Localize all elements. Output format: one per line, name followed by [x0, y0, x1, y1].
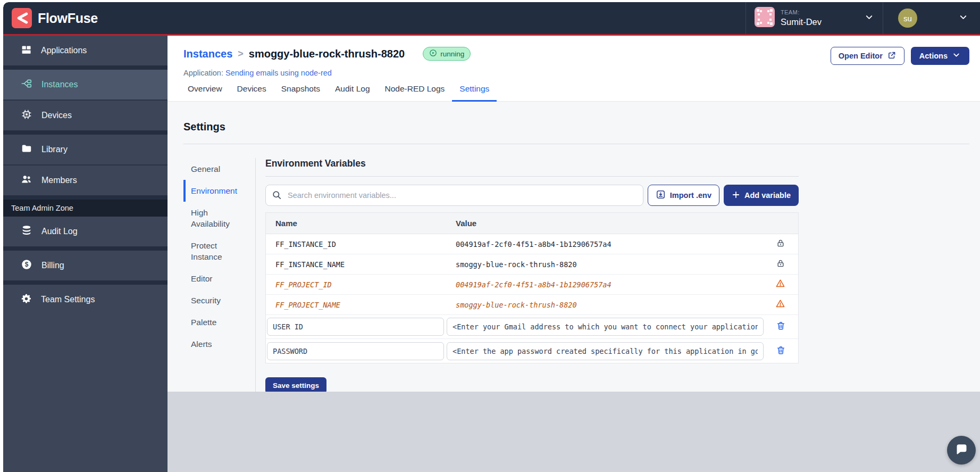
chevron-down-icon [958, 12, 968, 24]
team-text: TEAM: Sumit-Dev [781, 9, 858, 27]
settings-nav-general[interactable]: General [183, 158, 249, 180]
add-variable-label: Add variable [744, 191, 791, 200]
team-name: Sumit-Dev [781, 16, 858, 28]
env-var-value: 004919af-2cf0-4f51-a8b4-1b12906757a4 [447, 280, 763, 289]
search-icon [272, 190, 282, 202]
folder-icon [21, 143, 32, 156]
actions-button[interactable]: Actions [911, 47, 969, 65]
applications-icon [21, 44, 32, 57]
dollar-icon: $ [21, 259, 32, 272]
sidebar-item-label: Instances [41, 80, 78, 89]
column-header-name: Name [266, 219, 447, 228]
env-var-name-input[interactable] [267, 318, 444, 336]
sidebar-item-billing[interactable]: $ Billing [3, 251, 167, 280]
sidebar-item-devices[interactable]: Devices [3, 101, 167, 130]
settings-nav-alerts[interactable]: Alerts [183, 333, 249, 355]
settings-nav-high-availability[interactable]: High Availability [183, 202, 249, 235]
delete-variable-button[interactable] [775, 344, 787, 358]
env-var-value: smoggy-blue-rock-thrush-8820 [447, 260, 763, 269]
env-var-value-input[interactable] [447, 318, 764, 336]
settings-divider [183, 144, 969, 144]
settings-page: Settings General Environment High Availa… [167, 102, 980, 392]
table-row: FF_INSTANCE_NAME smoggy-blue-rock-thrush… [266, 254, 798, 275]
lock-icon [776, 238, 785, 250]
breadcrumb-instances-link[interactable]: Instances [183, 48, 232, 60]
tab-node-red-logs[interactable]: Node-RED Logs [378, 84, 453, 102]
sidebar: Applications Instances Devices [3, 36, 167, 472]
app-screen: FlowFuse TEAM: Sumit-Dev su [3, 2, 980, 472]
database-icon [21, 225, 32, 238]
env-var-value: 004919af-2cf0-4f51-a8b4-1b12906757a4 [447, 240, 763, 249]
search-input[interactable] [265, 185, 643, 206]
footer-area [167, 392, 980, 472]
sidebar-item-instances[interactable]: Instances [3, 70, 167, 100]
table-row [266, 339, 798, 363]
tab-overview[interactable]: Overview [180, 84, 230, 102]
settings-nav-palette[interactable]: Palette [183, 311, 249, 333]
svg-text:$: $ [25, 261, 29, 268]
sidebar-item-audit-log[interactable]: Audit Log [3, 217, 167, 246]
env-var-name: FF_INSTANCE_ID [266, 240, 447, 249]
env-var-name-input[interactable] [267, 342, 444, 360]
team-avatar [755, 7, 775, 29]
tab-settings[interactable]: Settings [452, 84, 497, 102]
import-env-button[interactable]: Import .env [648, 185, 719, 206]
env-var-name: FF_INSTANCE_NAME [266, 260, 447, 269]
status-badge: running [423, 47, 471, 61]
chat-widget-button[interactable] [947, 436, 976, 465]
sidebar-item-label: Library [41, 145, 68, 154]
instance-name: smoggy-blue-rock-thrush-8820 [249, 48, 405, 60]
settings-nav: General Environment High Availability Pr… [183, 158, 256, 394]
env-var-value-input[interactable] [447, 342, 764, 360]
delete-variable-button[interactable] [775, 320, 787, 334]
open-editor-label: Open Editor [839, 52, 883, 60]
users-icon [21, 173, 32, 187]
environment-variables-section: Environment Variables [265, 158, 799, 394]
sidebar-item-library[interactable]: Library [3, 135, 167, 164]
team-label: TEAM: [781, 9, 858, 16]
env-var-value: smoggy-blue-rock-thrush-8820 [447, 301, 763, 309]
sidebar-separator [3, 280, 167, 285]
team-selector[interactable]: TEAM: Sumit-Dev [746, 2, 883, 34]
table-row: FF_PROJECT_ID 004919af-2cf0-4f51-a8b4-1b… [266, 275, 798, 295]
sidebar-item-label: Devices [41, 111, 72, 120]
sidebar-item-label: Members [41, 176, 77, 185]
instances-icon [21, 78, 32, 92]
sidebar-item-members[interactable]: Members [3, 165, 167, 195]
settings-nav-security[interactable]: Security [183, 289, 249, 311]
table-row: FF_PROJECT_NAME smoggy-blue-rock-thrush-… [266, 295, 798, 315]
settings-nav-environment[interactable]: Environment [183, 180, 249, 202]
navbar-right: TEAM: Sumit-Dev su [746, 2, 980, 34]
add-variable-button[interactable]: Add variable [724, 185, 799, 206]
top-navbar: FlowFuse TEAM: Sumit-Dev su [3, 2, 980, 34]
column-header-value: Value [447, 219, 763, 228]
settings-nav-editor[interactable]: Editor [183, 268, 249, 289]
user-menu[interactable]: su [883, 2, 980, 34]
table-row [266, 315, 798, 339]
chevron-down-icon [952, 51, 961, 61]
env-variables-table: Name Value FF_INSTANCE_ID 004919af-2cf0-… [265, 212, 799, 363]
table-row: FF_INSTANCE_ID 004919af-2cf0-4f51-a8b4-1… [266, 234, 798, 254]
instance-header: Instances > smoggy-blue-rock-thrush-8820… [167, 36, 980, 102]
open-editor-button[interactable]: Open Editor [831, 47, 904, 65]
flowfuse-logo-icon [12, 8, 32, 28]
trash-icon [776, 321, 786, 333]
tab-devices[interactable]: Devices [230, 84, 274, 102]
brand[interactable]: FlowFuse [3, 8, 98, 28]
chat-icon [954, 442, 969, 459]
header-actions: Open Editor Actions [831, 47, 969, 65]
sidebar-item-team-settings[interactable]: Team Settings [3, 285, 167, 314]
tab-audit-log[interactable]: Audit Log [328, 84, 378, 102]
gear-icon [21, 293, 32, 307]
sidebar-item-label: Team Settings [41, 295, 95, 304]
sidebar-item-applications[interactable]: Applications [3, 36, 167, 65]
application-line: Application: Sending emails using node-r… [167, 69, 980, 77]
sidebar-separator [3, 195, 167, 200]
application-link[interactable]: Sending emails using node-red [225, 69, 332, 77]
sidebar-item-label: Applications [41, 46, 87, 55]
page-title: Settings [183, 121, 969, 133]
trash-icon [776, 345, 786, 357]
sidebar-item-label: Billing [41, 261, 64, 270]
tab-snapshots[interactable]: Snapshots [274, 84, 328, 102]
settings-nav-protect-instance[interactable]: Protect Instance [183, 235, 249, 268]
